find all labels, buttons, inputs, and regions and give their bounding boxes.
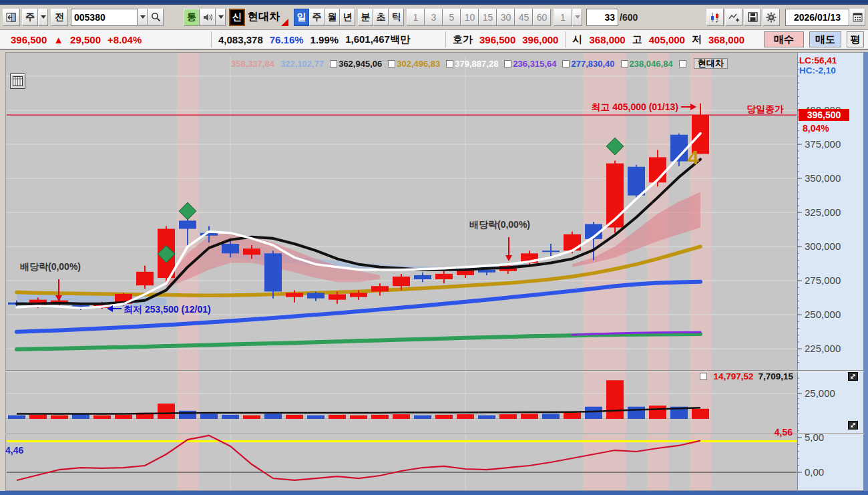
- volume-bar: [222, 415, 239, 419]
- search-icon: [151, 12, 161, 22]
- legend-checkbox[interactable]: [388, 60, 395, 67]
- low-annotation: 최저 253,500 (12/01): [124, 304, 211, 315]
- sell-button[interactable]: 매도: [809, 31, 841, 47]
- prev-button[interactable]: 전: [51, 9, 68, 26]
- calendar-button[interactable]: [849, 9, 865, 26]
- save-button[interactable]: [744, 9, 761, 26]
- legend-checkbox[interactable]: [446, 60, 453, 67]
- volume-bar: [499, 414, 517, 419]
- buy-button[interactable]: 매수: [764, 31, 804, 47]
- candle-body: [435, 274, 453, 279]
- minute-button-1[interactable]: 1: [407, 9, 425, 26]
- period-tab-2[interactable]: 주: [309, 9, 324, 26]
- candle-body: [222, 244, 239, 253]
- legend-value: 379,887,28: [455, 59, 498, 69]
- candle-body: [136, 272, 154, 285]
- period-tab-3[interactable]: 월: [324, 9, 340, 26]
- lc-value: LC:56,41: [799, 55, 837, 65]
- legend-item: 277,830,40: [562, 59, 614, 69]
- interval-combo[interactable]: 1: [554, 9, 572, 26]
- chart-grid-settings-button[interactable]: [10, 73, 25, 89]
- candle-body: [393, 277, 410, 286]
- interval-caret[interactable]: [572, 9, 582, 26]
- minute-button-15[interactable]: 15: [479, 9, 497, 26]
- indicator-pane-expand-button[interactable]: [848, 421, 858, 430]
- tong-button[interactable]: 통: [184, 9, 200, 26]
- period-tab-1[interactable]: 일: [294, 9, 309, 26]
- indicator-legend: 358,337,84322,102,77362,945,06302,496,83…: [231, 58, 728, 69]
- legend-checkbox[interactable]: [679, 60, 686, 67]
- volume-bar: [329, 415, 346, 419]
- indicator-current-label: 4,56: [775, 427, 793, 438]
- avg-button[interactable]: 평: [847, 31, 864, 47]
- legend-value: 302,496,83: [397, 59, 440, 69]
- minute-button-5[interactable]: 5: [443, 9, 461, 26]
- volume-bar: [628, 407, 645, 419]
- hoga-group: 호가 396,500 396,000: [446, 31, 566, 47]
- minute-button-3[interactable]: 3: [425, 9, 443, 26]
- current-price-badge: 396,500: [799, 109, 849, 121]
- candle-body: [564, 234, 581, 251]
- period-tab-5[interactable]: 분: [358, 9, 373, 26]
- legend-checkbox[interactable]: [621, 60, 628, 67]
- stock-code-input[interactable]: 005380: [71, 9, 138, 26]
- bar-total-label: /600: [620, 12, 638, 23]
- volume-bar: [264, 414, 282, 419]
- minute-button-10[interactable]: 10: [461, 9, 479, 26]
- high-annotation: 최고 405,000 (01/13): [591, 102, 678, 112]
- ohl-group: 시 368,000 고 405,000 저 368,000: [566, 31, 751, 47]
- speaker-icon: [202, 13, 213, 22]
- count-annotation: 4: [688, 146, 699, 168]
- bar-count-input[interactable]: 33: [586, 9, 618, 26]
- price-change: 29,500: [70, 34, 101, 45]
- candle-body: [329, 295, 346, 300]
- price-group: 396,500 ▲ 29,500 +8.04%: [4, 31, 212, 47]
- price-tick-label: 375,000: [805, 138, 841, 150]
- period-tab-4[interactable]: 년: [340, 9, 355, 26]
- indicator-threshold-label: 4,46: [5, 445, 23, 456]
- volume-pane-expand-button[interactable]: [848, 372, 858, 381]
- period-tab-6[interactable]: 초: [373, 9, 389, 26]
- period-tab-7[interactable]: 틱: [389, 9, 404, 26]
- minute-button-30[interactable]: 30: [497, 9, 515, 26]
- high-label: 고: [632, 33, 642, 46]
- legend-item: 362,945,06: [330, 59, 382, 69]
- panel-toggle-icon: [6, 12, 17, 23]
- period-dropdown-button[interactable]: 주: [22, 9, 38, 26]
- legend-checkbox[interactable]: [504, 60, 511, 67]
- minute-button-45[interactable]: 45: [515, 9, 533, 26]
- sound-dropdown-caret[interactable]: [216, 9, 226, 26]
- volume-bar: [542, 414, 560, 419]
- volume-bar: [350, 416, 367, 419]
- candle-body: [243, 249, 260, 255]
- line-style-button[interactable]: [725, 9, 742, 26]
- period-dropdown-caret[interactable]: [38, 9, 48, 26]
- legend-checkbox[interactable]: [700, 373, 707, 380]
- volume-bar: [243, 416, 260, 419]
- settings-button[interactable]: [763, 9, 780, 26]
- volume: 4,083,378: [218, 34, 263, 45]
- legend-item: 379,887,28: [446, 59, 498, 69]
- panel-toggle-button[interactable]: [3, 9, 20, 26]
- date-input[interactable]: 2026/01/13: [785, 9, 849, 26]
- candle-style-button[interactable]: [706, 9, 724, 26]
- legend-checkbox[interactable]: [330, 60, 337, 67]
- expand-icon: [850, 373, 856, 379]
- candle-chart-icon: [710, 12, 720, 23]
- sound-button[interactable]: [200, 9, 216, 26]
- volume-bar: [8, 416, 25, 419]
- legend-value: 236,315,64: [513, 59, 556, 69]
- chevron-down-icon: [41, 15, 46, 19]
- search-button[interactable]: [148, 9, 164, 26]
- volume-ma-value-1: 14,797,52: [713, 371, 753, 381]
- stock-chart[interactable]: 400,000375,000350,000325,000300,000275,0…: [0, 0, 868, 495]
- volume-group: 4,083,378 76.16% 1.99% 1,601,467백만: [212, 31, 446, 47]
- volume-bar: [286, 415, 303, 419]
- minute-button-60[interactable]: 60: [533, 9, 551, 26]
- open-price: 368,000: [589, 34, 625, 45]
- volume-bar: [158, 403, 175, 419]
- volume-tick-label: 25,000: [805, 387, 835, 399]
- candle-body: [371, 286, 389, 291]
- code-dropdown-caret[interactable]: [138, 9, 148, 26]
- legend-checkbox[interactable]: [562, 60, 570, 67]
